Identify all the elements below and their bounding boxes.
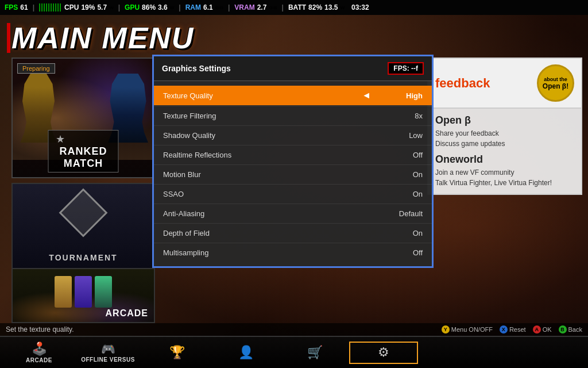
cpu-watts: 5.7 xyxy=(97,3,107,12)
a-button-icon: A xyxy=(533,325,541,334)
right-panel: feedback about the Open β! Open β Share … xyxy=(427,57,582,195)
setting-value: High xyxy=(377,91,423,100)
preparing-badge: Preparing xyxy=(17,63,55,74)
open-beta-badge: about the Open β! xyxy=(537,64,574,102)
store-icon: 🛒 xyxy=(307,345,323,360)
nav-ranking[interactable]: 🏆 xyxy=(142,343,211,363)
nav-arcade[interactable]: 🕹️ ARCADE xyxy=(5,339,74,366)
reset-control: X Reset xyxy=(500,325,526,334)
settings-row-texture-filtering[interactable]: Texture Filtering◄8x xyxy=(154,107,432,125)
ok-label: OK xyxy=(543,326,552,333)
performance-bar: FPS 61 | CPU 19% 5.7W | GPU 86% 3.6W | R… xyxy=(0,0,588,15)
fps-counter-badge: FPS: --f xyxy=(388,62,424,75)
ranked-title: RANKED MATCH xyxy=(56,145,111,170)
setting-name: SSAO xyxy=(163,190,377,198)
settings-row-multisampling[interactable]: Multisampling◄Off xyxy=(154,244,432,262)
nav-settings[interactable]: ⚙ xyxy=(349,342,418,364)
batt-watts: 13.5 xyxy=(324,3,338,12)
setting-name: Shadow Quality xyxy=(163,131,377,140)
settings-row-texture-quality[interactable]: Texture Quality◄High xyxy=(154,86,432,105)
setting-name: Depth of Field xyxy=(163,229,377,237)
settings-header: Graphics Settings FPS: --f xyxy=(154,56,432,81)
settings-gear-icon: ⚙ xyxy=(378,345,389,360)
section1-item1: Share your feedback xyxy=(435,128,574,139)
reset-label: Reset xyxy=(509,326,526,333)
back-control: B Back xyxy=(559,325,582,334)
settings-divider xyxy=(154,223,432,224)
section1-title: Open β xyxy=(435,114,574,126)
settings-divider xyxy=(154,164,432,165)
settings-divider xyxy=(154,204,432,204)
menu-on-off-label: Menu ON/OFF xyxy=(451,326,493,333)
ranked-label: ★ RANKED MATCH xyxy=(48,130,119,172)
star-icon-left: ★ xyxy=(56,133,65,145)
clock: 03:32 xyxy=(351,3,369,12)
ranking-icon: 🏆 xyxy=(169,345,185,360)
vram-label: VRAM xyxy=(234,3,254,12)
settings-row-shadow-quality[interactable]: Shadow Quality◄Low xyxy=(154,126,432,144)
cpu-pct: 19% xyxy=(81,3,95,12)
setting-value: Off xyxy=(377,248,423,257)
tournament-card[interactable]: TOURNAMENT xyxy=(11,183,155,269)
feedback-banner[interactable]: feedback about the Open β! xyxy=(427,57,582,109)
settings-row-anti-aliasing[interactable]: Anti-Aliasing◄Default xyxy=(154,205,432,223)
setting-name: Texture Quality xyxy=(163,91,362,100)
menu-on-off-control: Y Menu ON/OFF xyxy=(442,325,493,334)
setting-name: Anti-Aliasing xyxy=(163,209,377,218)
batt-pct: 82% xyxy=(308,3,322,12)
nav-store[interactable]: 🛒 xyxy=(280,343,349,363)
feedback-text: feedback xyxy=(435,76,490,91)
vram-val: 2.7 xyxy=(257,3,267,12)
setting-value: 8x xyxy=(377,112,423,120)
setting-value: On xyxy=(377,229,423,237)
section2-title: Oneworld xyxy=(435,154,574,166)
settings-title: Graphics Settings xyxy=(162,64,231,73)
batt-label: BATT xyxy=(288,3,306,12)
status-bar: Set the texture quality. Y Menu ON/OFF X… xyxy=(0,323,588,336)
gpu-watts: 3.6 xyxy=(158,3,168,12)
cpu-label: CPU xyxy=(64,3,79,12)
setting-name: Realtime Reflections xyxy=(163,151,377,159)
cpu-graph xyxy=(39,3,62,12)
settings-divider xyxy=(154,145,432,145)
tournament-label: TOURNAMENT xyxy=(49,253,117,262)
settings-row-realtime-reflections[interactable]: Realtime Reflections◄Off xyxy=(154,146,432,164)
settings-row-ssao[interactable]: SSAO◄On xyxy=(154,185,432,203)
settings-divider xyxy=(154,106,432,106)
setting-value: On xyxy=(377,190,423,198)
info-box: Open β Share your feedback Discuss game … xyxy=(427,109,582,195)
section2-item1: Join a new VF community xyxy=(435,167,574,178)
arcade-nav-label: ARCADE xyxy=(26,357,52,363)
nav-players[interactable]: 👤 xyxy=(211,343,280,363)
offline-versus-label: OFFLINE VERSUS xyxy=(81,356,135,363)
settings-divider xyxy=(154,184,432,185)
x-button-icon: X xyxy=(500,325,508,334)
fps-label: FPS xyxy=(5,3,18,12)
offline-versus-icon: 🎮 xyxy=(101,342,115,356)
setting-name: Motion Blur xyxy=(163,170,377,179)
fps-value: 61 xyxy=(20,3,28,12)
settings-row-motion-blur[interactable]: Motion Blur◄On xyxy=(154,166,432,183)
gpu-label: GPU xyxy=(125,3,140,12)
tournament-diamond-icon xyxy=(59,189,108,237)
main-menu-title: MAIN MENU xyxy=(11,21,194,55)
back-label: Back xyxy=(568,326,582,333)
section1-item2: Discuss game updates xyxy=(435,139,574,149)
settings-row-depth-of-field[interactable]: Depth of Field◄On xyxy=(154,224,432,242)
ok-control: A OK xyxy=(533,325,552,334)
ranked-match-card[interactable]: Preparing ★ RANKED MATCH xyxy=(11,57,155,178)
left-panel: Preparing ★ RANKED MATCH TOURNAMENT xyxy=(11,57,155,336)
ram-val: 6.1 xyxy=(203,3,213,12)
nav-offline-versus[interactable]: 🎮 OFFLINE VERSUS xyxy=(74,340,142,365)
b-button-icon: B xyxy=(559,325,567,334)
arcade-nav-icon: 🕹️ xyxy=(32,342,47,356)
graphics-settings-dialog: Graphics Settings FPS: --f Texture Quali… xyxy=(152,55,434,268)
gpu-pct: 86% xyxy=(142,3,156,12)
setting-value: Low xyxy=(377,131,423,140)
section2-item2: Talk Virtua Fighter, Live Virtua Fighter… xyxy=(435,178,574,188)
status-controls: Y Menu ON/OFF X Reset A OK B Back xyxy=(442,325,582,334)
setting-value: Off xyxy=(377,151,423,159)
setting-value: Default xyxy=(377,209,423,218)
bottom-nav: 🕹️ ARCADE 🎮 OFFLINE VERSUS 🏆 👤 🛒 ⚙ xyxy=(0,336,588,368)
setting-name: Texture Filtering xyxy=(163,112,377,120)
